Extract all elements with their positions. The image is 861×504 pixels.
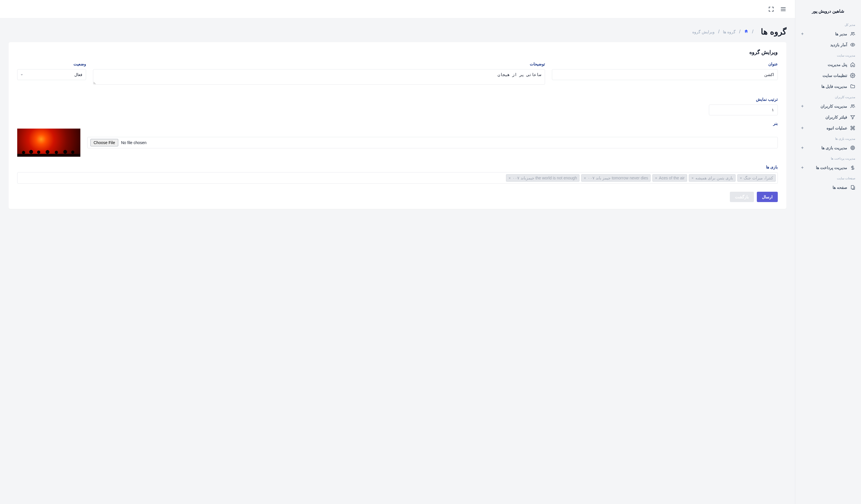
- sidebar-item[interactable]: تنظیمات سایت: [795, 70, 861, 81]
- topbar: [0, 0, 795, 18]
- sidebar-item[interactable]: صفحه ها: [795, 182, 861, 193]
- tag-label: کنترا، میراث جنگ: [743, 176, 773, 180]
- sidebar-section-title: مدیریت سایت: [795, 50, 861, 59]
- status-label: وضعیت: [17, 62, 86, 66]
- sidebar-item[interactable]: مدیریت بازی ها+: [795, 142, 861, 153]
- sidebar-item[interactable]: فیلتر کاربران: [795, 112, 861, 123]
- choose-file-button[interactable]: Choose File: [91, 139, 118, 146]
- home-icon: [850, 62, 855, 67]
- sidebar-item[interactable]: پنل مدیریت: [795, 59, 861, 70]
- svg-point-0: [851, 32, 853, 34]
- sidebar-item-label: عملیات انبوه: [826, 126, 847, 130]
- file-chosen-text: No file chosen: [121, 140, 147, 145]
- sidebar-section-title: مدیریت کاربران: [795, 92, 861, 101]
- plus-icon: +: [801, 165, 804, 170]
- menu-icon[interactable]: [780, 6, 787, 12]
- gear-icon: [850, 73, 855, 78]
- tag-label: tomorrow never dies جیمز باند ۰۰۷: [588, 176, 648, 180]
- tag-label: Aces of the air: [659, 176, 685, 180]
- svg-point-2: [852, 44, 853, 46]
- plus-icon: +: [801, 31, 804, 37]
- folder-icon: [850, 84, 855, 89]
- sidebar-item-label: صفحه ها: [833, 185, 847, 190]
- command-icon: [850, 125, 855, 131]
- home-icon[interactable]: [744, 29, 749, 35]
- order-input[interactable]: [709, 105, 778, 115]
- tag-remove-icon[interactable]: ×: [508, 176, 511, 180]
- sidebar-item[interactable]: مدیریت پرداخت ها+: [795, 162, 861, 173]
- sidebar-section-title: مدیریت بازی ها: [795, 134, 861, 142]
- sidebar-item-label: مدیریت کاربران: [821, 104, 847, 109]
- breadcrumb-sep: /: [739, 29, 740, 35]
- svg-point-4: [851, 105, 853, 106]
- title-input[interactable]: [552, 69, 778, 80]
- breadcrumb-current: ویرایش گروه: [692, 30, 715, 34]
- sidebar-item-label: مدیریت پرداخت ها: [816, 165, 847, 170]
- fullscreen-icon[interactable]: [768, 6, 774, 12]
- users-icon: [850, 104, 855, 109]
- svg-point-5: [853, 105, 854, 106]
- dollar-icon: [850, 165, 855, 170]
- desc-label: توضیحات: [93, 62, 545, 66]
- breadcrumb: / / گروه ها / ویرایش گروه: [692, 29, 754, 35]
- sidebar-item-label: تنظیمات سایت: [822, 73, 847, 78]
- page-header: گروه ها / / گروه ها / ویرایش گروه: [9, 27, 787, 37]
- sidebar-item[interactable]: مدیریت فایل ها: [795, 81, 861, 92]
- sidebar-item-label: مدیر ها: [835, 31, 847, 36]
- breadcrumb-sep: /: [752, 29, 753, 35]
- banner-label: بنر: [17, 121, 778, 126]
- status-select[interactable]: فعال: [17, 69, 86, 80]
- order-label: ترتیب نمایش: [709, 97, 778, 101]
- svg-point-8: [852, 148, 853, 148]
- sidebar-item-label: مدیریت فایل ها: [821, 84, 847, 89]
- sidebar-section-title: مدیر کل: [795, 19, 861, 28]
- sidebar-item[interactable]: آمار بازدید: [795, 39, 861, 50]
- card-title: ویرایش گروه: [17, 49, 778, 55]
- game-tag[interactable]: Aces of the air×: [652, 174, 687, 182]
- sidebar-item[interactable]: عملیات انبوه+: [795, 123, 861, 134]
- breadcrumb-groups[interactable]: گروه ها: [723, 30, 736, 34]
- games-tags[interactable]: کنترا، میراث جنگ×بازی بتمن برای همیشه×Ac…: [17, 172, 778, 184]
- sidebar-section-title: صفحات سایت: [795, 173, 861, 182]
- target-icon: [850, 145, 855, 150]
- sidebar-item-label: پنل مدیریت: [828, 62, 847, 67]
- sidebar-item[interactable]: مدیریت کاربران+: [795, 101, 861, 112]
- pages-icon: [850, 185, 855, 190]
- file-input[interactable]: Choose File No file chosen: [87, 137, 778, 148]
- edit-card: ویرایش گروه عنوان توضیحات ساعاتی پر از ه…: [9, 42, 787, 209]
- tag-remove-icon[interactable]: ×: [692, 176, 694, 180]
- breadcrumb-sep: /: [718, 29, 720, 35]
- game-tag[interactable]: بازی بتمن برای همیشه×: [689, 174, 735, 182]
- sidebar-item-label: آمار بازدید: [830, 42, 847, 47]
- sidebar: شاهین درویش پور مدیر کلمدیر ها+آمار بازد…: [795, 0, 861, 504]
- plus-icon: +: [801, 145, 804, 150]
- filter-icon: [850, 114, 855, 120]
- svg-point-1: [853, 32, 854, 33]
- sidebar-item-label: مدیریت بازی ها: [821, 146, 847, 150]
- tag-remove-icon[interactable]: ×: [584, 176, 586, 180]
- banner-preview: [17, 128, 80, 157]
- submit-button[interactable]: ارسال: [757, 192, 778, 202]
- svg-rect-9: [851, 186, 854, 189]
- tag-remove-icon[interactable]: ×: [740, 176, 742, 180]
- users-icon: [850, 31, 855, 37]
- sidebar-item-label: فیلتر کاربران: [825, 115, 847, 119]
- games-label: بازی ها: [17, 165, 778, 169]
- plus-icon: +: [801, 104, 804, 109]
- page-title: گروه ها: [761, 27, 787, 37]
- plus-icon: +: [801, 125, 804, 131]
- svg-point-3: [852, 75, 853, 76]
- tag-label: بازی بتمن برای همیشه: [695, 176, 733, 180]
- back-button[interactable]: بازگشت: [730, 192, 754, 202]
- game-tag[interactable]: tomorrow never dies جیمز باند ۰۰۷×: [581, 174, 651, 182]
- tag-label: the world is not enough جیمزباند ۰۰۷: [512, 176, 577, 180]
- sidebar-section-title: مدیریت پرداخت ها: [795, 153, 861, 162]
- sidebar-item[interactable]: مدیر ها+: [795, 28, 861, 39]
- desc-input[interactable]: ساعاتی پر از هیجان: [93, 69, 545, 85]
- profile-name: شاهین درویش پور: [801, 9, 855, 14]
- eye-icon: [850, 42, 855, 47]
- tag-remove-icon[interactable]: ×: [655, 176, 657, 180]
- profile: شاهین درویش پور: [795, 6, 861, 19]
- game-tag[interactable]: the world is not enough جیمزباند ۰۰۷×: [506, 174, 579, 182]
- game-tag[interactable]: کنترا، میراث جنگ×: [737, 174, 776, 182]
